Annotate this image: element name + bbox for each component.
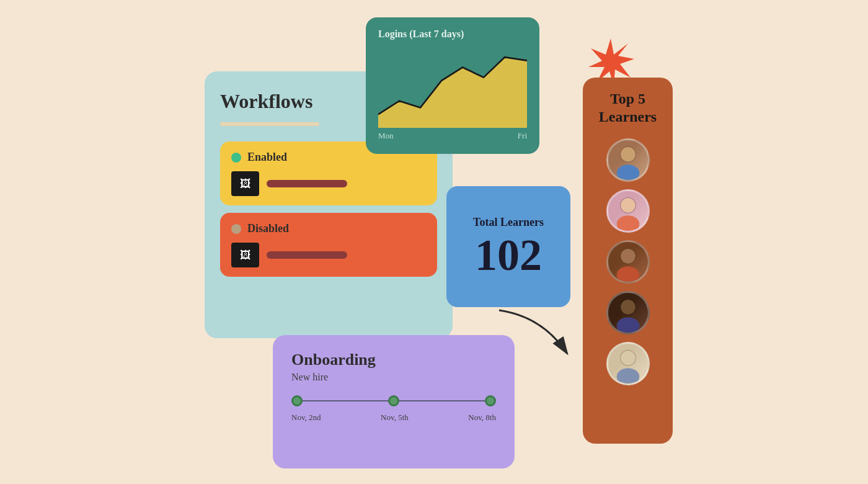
disabled-label: Disabled [247,222,289,235]
timeline-dot-2 [388,395,399,406]
enabled-content-bar [267,180,347,187]
chart-label-fri: Fri [518,131,527,141]
top-learners-card: Top 5Learners [583,78,673,444]
curved-arrow [493,304,589,372]
total-learners-card: Total Learners 102 [446,186,570,307]
timeline [291,395,496,406]
chart-labels: Mon Fri [378,131,527,141]
date-3: Nov, 8th [468,413,496,423]
svg-point-12 [616,317,639,334]
learner-avatar-3 [606,240,650,284]
logins-chart-svg [378,47,527,128]
enabled-dot [231,153,241,163]
svg-point-16 [621,351,636,365]
image-icon-2: 🖼 [240,249,251,262]
svg-point-7 [621,198,636,213]
svg-point-4 [621,147,636,162]
image-icon: 🖼 [240,177,251,190]
svg-point-15 [616,368,639,385]
svg-point-10 [621,249,636,264]
timeline-labels: Nov, 2nd Nov, 5th Nov, 8th [291,413,496,423]
disabled-card[interactable]: Disabled 🖼 [220,213,437,277]
total-learners-number: 102 [475,233,542,277]
workflows-divider [220,122,319,126]
svg-marker-0 [378,57,527,128]
svg-point-13 [621,300,636,315]
timeline-dot-1 [291,395,303,406]
enabled-image-placeholder: 🖼 [231,171,259,196]
logins-card: Logins (Last 7 days) Mon Fri [366,17,539,154]
disabled-image-placeholder: 🖼 [231,243,259,267]
disabled-header: Disabled [231,222,426,235]
onboarding-title: Onboarding [291,351,496,369]
svg-point-6 [616,215,639,232]
logins-title: Logins (Last 7 days) [378,29,527,40]
chart-label-mon: Mon [378,131,394,141]
disabled-content: 🖼 [231,243,426,267]
learner-avatar-1 [606,138,650,182]
enabled-label: Enabled [247,151,287,164]
top-learners-title: Top 5Learners [599,90,657,126]
logins-chart [378,47,527,128]
disabled-dot [231,224,241,234]
total-learners-label: Total Learners [473,216,544,230]
date-2: Nov, 5th [381,413,409,423]
svg-point-3 [616,164,639,181]
learner-avatar-4 [606,291,650,334]
svg-point-9 [616,266,639,283]
onboarding-subtitle: New hire [291,372,496,383]
learner-avatar-2 [606,189,650,233]
date-1: Nov, 2nd [291,413,321,423]
enabled-content: 🖼 [231,171,426,196]
learner-avatar-5 [606,342,650,385]
disabled-content-bar [267,251,347,259]
onboarding-card: Onboarding New hire Nov, 2nd Nov, 5th No… [273,335,515,468]
timeline-dot-3 [485,395,496,406]
